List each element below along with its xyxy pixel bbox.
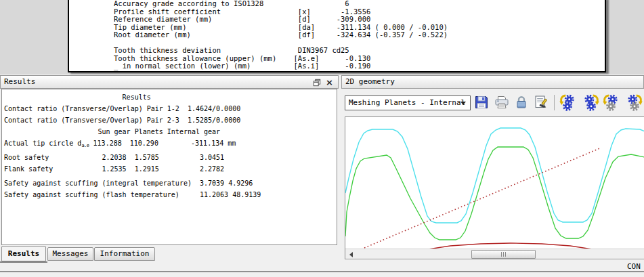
- combo-dropdown-button[interactable]: [458, 98, 469, 108]
- report-line: _ in normal section (lower) (mm) [As.i] …: [114, 62, 605, 70]
- results-panel-content: Results Contact ratio (Transverse/Overla…: [1, 89, 337, 245]
- tip-circle-subscript: a.e: [81, 143, 89, 148]
- root-safety-row: Root safety 2.2038 1.5785 3.0451: [4, 152, 337, 163]
- results-panel-titlebar[interactable]: Results ×: [0, 75, 339, 89]
- tip-circle-values: 113.288 110.290 -311.134 mm: [89, 140, 236, 147]
- scrollbar-left-arrow-button[interactable]: [346, 250, 356, 259]
- rotate-single-gear-ccw-icon: [602, 93, 620, 111]
- scuffing-row: Safety against scuffing (flash temperatu…: [4, 189, 337, 200]
- flank-safety-row: Flank safety 1.2535 1.2915 2.2782: [4, 163, 337, 175]
- scrollbar-thumb[interactable]: [471, 250, 536, 259]
- save-button[interactable]: [472, 93, 491, 112]
- report-line: Reference diameter (mm) [d] -309.000: [114, 16, 605, 24]
- report-page: Accuracy grade according to ISO1328 6 Pr…: [68, 0, 606, 72]
- print-icon: [494, 94, 510, 110]
- geometry-canvas: [345, 117, 644, 250]
- report-line: Root diameter (mm) [df] -324.634 (-0.357…: [114, 31, 605, 39]
- gear-profile-inner: [345, 147, 644, 240]
- tab-results[interactable]: Results: [1, 246, 46, 261]
- status-bar-divider: [0, 271, 644, 272]
- float-icon: [313, 79, 321, 87]
- tab-messages[interactable]: Messages: [47, 247, 93, 261]
- report-line: Accuracy grade according to ISO1328 6: [114, 0, 605, 8]
- toolbar-separator: [554, 95, 555, 110]
- geometry-toolbar: Meshing Planets - Internal: [341, 89, 644, 116]
- report-preview-area: Accuracy grade according to ISO1328 6 Pr…: [0, 0, 644, 74]
- contact-ratio-row: Contact ratio (Transverse/Overlap) Pair …: [4, 103, 337, 114]
- lock-icon: [513, 94, 530, 110]
- geometry-plot-viewport[interactable]: [345, 116, 644, 259]
- line-of-action: [364, 148, 601, 248]
- geometry-view-select[interactable]: Meshing Planets - Internal: [345, 95, 471, 110]
- tab-information[interactable]: Information: [94, 247, 155, 261]
- geometry-view-value: Meshing Planets - Internal: [349, 98, 465, 107]
- results-heading: Results: [4, 91, 337, 103]
- rotate-single-gear-ccw-button[interactable]: [601, 93, 620, 112]
- rotate-single-gear-cw-button[interactable]: [625, 93, 644, 112]
- report-line: Tooth thickness deviation DIN3967 cd25: [114, 47, 605, 55]
- close-panel-button[interactable]: ×: [324, 77, 335, 87]
- print-button[interactable]: [492, 93, 511, 112]
- float-panel-button[interactable]: [312, 77, 322, 87]
- rotate-both-gears-cw-button[interactable]: [582, 93, 601, 112]
- results-column-header: Sun gear Planets Internal gear: [4, 126, 337, 137]
- rotate-both-gears-ccw-button[interactable]: [558, 93, 577, 112]
- results-panel-title: Results: [4, 77, 35, 86]
- rotate-both-gears-cw-icon: [582, 93, 600, 111]
- geometry-panel-title: 2D geometry: [345, 77, 395, 86]
- horizontal-scrollbar[interactable]: [345, 249, 644, 259]
- chevron-down-icon: [460, 102, 466, 105]
- report-text: Accuracy grade according to ISO1328 6 Pr…: [69, 0, 605, 70]
- rotate-single-gear-cw-icon: [626, 93, 643, 111]
- geometry-panel-titlebar[interactable]: 2D geometry: [341, 75, 644, 89]
- properties-button[interactable]: [532, 93, 551, 112]
- properties-icon: [533, 94, 549, 110]
- tip-circle-row: Actual tip circle da.e 113.288 110.290 -…: [4, 137, 337, 152]
- lock-button[interactable]: [512, 93, 531, 112]
- tip-circle-label: Actual tip circle d: [4, 140, 81, 147]
- status-text: CON: [627, 262, 641, 271]
- arrow-left-icon: [349, 252, 353, 257]
- active-tab-underline: [0, 261, 47, 263]
- contact-ratio-row: Contact ratio (Transverse/Overlap) Pair …: [4, 114, 337, 126]
- gear-profile-outer: [345, 128, 644, 223]
- rotate-both-gears-ccw-icon: [559, 93, 576, 111]
- scuffing-row: Safety against scuffing (integral temper…: [4, 177, 337, 189]
- save-icon: [473, 94, 490, 110]
- close-icon: ×: [326, 78, 333, 87]
